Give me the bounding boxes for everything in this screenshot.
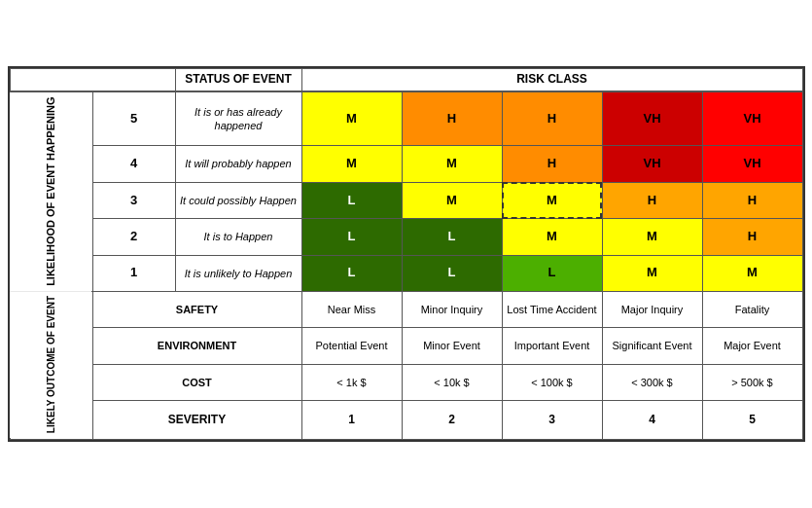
row4-cell3: H	[502, 146, 602, 182]
severity-col2: 2	[402, 401, 502, 440]
severity-col3: 3	[502, 401, 602, 440]
row1-cell3: L	[502, 255, 602, 291]
header-status-of-event: STATUS OF EVENT	[175, 68, 301, 91]
severity-col4: 4	[602, 401, 702, 440]
row5-cell5: VH	[702, 91, 802, 146]
cost-col3: < 100k $	[502, 364, 602, 400]
env-label: ENVIRONMENT	[92, 328, 301, 364]
severity-col1: 1	[301, 401, 402, 440]
row5-num: 5	[92, 91, 175, 146]
main-container: STATUS OF EVENT RISK CLASS LIKELIHOOD OF…	[8, 66, 805, 442]
safety-col2: Minor Inquiry	[402, 291, 502, 327]
row4-desc: It will probably happen	[175, 146, 301, 182]
cost-col2: < 10k $	[402, 364, 502, 400]
cost-col5: > 500k $	[702, 364, 802, 400]
row3-cell1: L	[301, 182, 402, 218]
severity-col5: 5	[702, 401, 802, 440]
row2-cell1: L	[301, 219, 402, 255]
env-col3: Important Event	[502, 328, 602, 364]
row5-cell2: H	[402, 91, 502, 146]
row5-cell4: VH	[602, 91, 702, 146]
env-col2: Minor Event	[402, 328, 502, 364]
env-col5: Major Event	[702, 328, 802, 364]
outcome-label: LIKELY OUTCOME OF EVENT	[10, 291, 92, 439]
safety-col3: Lost Time Accident	[502, 291, 602, 327]
row4-num: 4	[92, 146, 175, 182]
row5-desc: It is or has already happened	[175, 91, 301, 146]
row1-cell4: M	[602, 255, 702, 291]
row3-cell4: H	[602, 182, 702, 218]
row2-cell5: H	[702, 219, 802, 255]
row2-cell4: M	[602, 219, 702, 255]
row3-desc: It could possibly Happen	[175, 182, 301, 218]
env-col4: Significant Event	[602, 328, 702, 364]
row3-cell3: M	[502, 182, 602, 218]
row1-num: 1	[92, 255, 175, 291]
row1-cell2: L	[402, 255, 502, 291]
env-col1: Potential Event	[301, 328, 402, 364]
cost-label: COST	[92, 364, 301, 400]
severity-label: SEVERITY	[92, 401, 301, 440]
header-empty	[10, 68, 175, 91]
row3-cell2: M	[402, 182, 502, 218]
cost-col4: < 300k $	[602, 364, 702, 400]
row5-cell1: M	[301, 91, 402, 146]
row4-cell1: M	[301, 146, 402, 182]
row4-cell2: M	[402, 146, 502, 182]
cost-col1: < 1k $	[301, 364, 402, 400]
row2-desc: It is to Happen	[175, 219, 301, 255]
row1-desc: It is unlikely to Happen	[175, 255, 301, 291]
row3-cell5: H	[702, 182, 802, 218]
safety-col4: Major Inquiry	[602, 291, 702, 327]
row2-num: 2	[92, 219, 175, 255]
row1-cell1: L	[301, 255, 402, 291]
safety-label: SAFETY	[92, 291, 301, 327]
row3-num: 3	[92, 182, 175, 218]
likelihood-label: LIKELIHOOD OF EVENT HAPPENING	[10, 91, 92, 292]
row2-cell2: L	[402, 219, 502, 255]
row5-cell3: H	[502, 91, 602, 146]
safety-col5: Fatality	[702, 291, 802, 327]
row4-cell4: VH	[602, 146, 702, 182]
row2-cell3: M	[502, 219, 602, 255]
row4-cell5: VH	[702, 146, 802, 182]
safety-col1: Near Miss	[301, 291, 402, 327]
header-risk-class: RISK CLASS	[301, 68, 802, 91]
row1-cell5: M	[702, 255, 802, 291]
